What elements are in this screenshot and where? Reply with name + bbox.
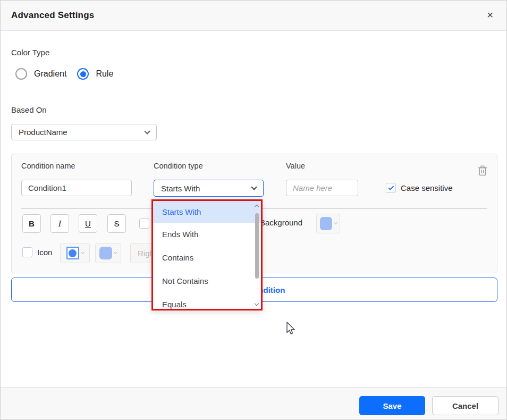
based-on-label: Based On [11, 105, 47, 114]
circle-shape-icon [66, 247, 79, 259]
close-icon[interactable]: ✕ [485, 9, 496, 22]
based-on-value: ProductName [19, 128, 67, 137]
background-color-picker[interactable] [316, 214, 340, 233]
save-button[interactable]: Save [359, 396, 425, 415]
color-type-radio-group: Gradient Rule [15, 68, 113, 80]
color-type-label: Color Type [11, 48, 49, 57]
based-on-select[interactable]: ProductName [11, 124, 157, 140]
chevron-down-icon [80, 250, 84, 254]
value-label: Value [286, 162, 305, 170]
condition-name-input[interactable] [21, 180, 132, 196]
scroll-up-icon[interactable] [255, 205, 259, 209]
dropdown-item-equals[interactable]: Equals [153, 293, 261, 310]
chevron-down-icon [144, 128, 150, 134]
font-color-checkbox[interactable] [139, 219, 149, 229]
strikethrough-button[interactable]: S [107, 214, 126, 233]
color-swatch-icon [99, 247, 112, 259]
radio-rule[interactable] [77, 68, 89, 80]
icon-color-picker[interactable] [95, 243, 121, 263]
condition-type-value: Starts With [161, 184, 200, 193]
condition-type-label: Condition type [154, 162, 203, 170]
cancel-button[interactable]: Cancel [432, 396, 498, 415]
chevron-down-icon [114, 250, 117, 254]
bold-button[interactable]: B [22, 214, 41, 233]
page-title: Advanced Settings [11, 10, 94, 21]
check-icon [388, 184, 394, 190]
dropdown-scrollbar[interactable] [252, 201, 261, 309]
dialog-footer: Save Cancel [1, 387, 506, 420]
dropdown-item-not-contains[interactable]: Not Contains [153, 270, 261, 293]
icon-label[interactable]: Icon [37, 248, 52, 257]
underline-button[interactable]: U [79, 214, 97, 233]
condition-type-dropdown: Starts With Ends With Contains Not Conta… [151, 199, 263, 310]
dropdown-item-ends-with[interactable]: Ends With [153, 223, 261, 246]
value-input[interactable] [286, 180, 358, 196]
case-sensitive-label[interactable]: Case sensitive [401, 183, 453, 192]
radio-gradient[interactable] [15, 68, 27, 80]
dropdown-item-contains[interactable]: Contains [153, 246, 261, 270]
trash-icon [477, 165, 488, 177]
delete-condition-button[interactable] [477, 165, 488, 178]
case-sensitive-option: Case sensitive [386, 183, 453, 193]
advanced-settings-dialog: Advanced Settings ✕ Color Type Gradient … [0, 0, 507, 420]
scroll-down-icon[interactable] [255, 301, 259, 306]
radio-gradient-label[interactable]: Gradient [34, 69, 66, 79]
dialog-header: Advanced Settings ✕ [1, 1, 506, 31]
condition-name-label: Condition name [21, 162, 75, 170]
radio-rule-label[interactable]: Rule [96, 69, 113, 79]
color-swatch-icon [320, 217, 332, 230]
icon-shape-picker[interactable] [60, 243, 90, 263]
case-sensitive-checkbox[interactable] [386, 183, 396, 193]
chevron-down-icon [333, 221, 337, 224]
dropdown-item-starts-with[interactable]: Starts With [153, 201, 261, 223]
italic-button[interactable]: I [50, 214, 69, 233]
radio-selected-dot-icon [80, 71, 86, 77]
condition-type-select[interactable]: Starts With [154, 180, 264, 197]
scrollbar-thumb[interactable] [255, 213, 259, 279]
mouse-cursor-icon [286, 322, 296, 338]
background-label: Background [260, 218, 302, 227]
icon-checkbox[interactable] [22, 247, 32, 257]
chevron-down-icon [251, 184, 257, 190]
